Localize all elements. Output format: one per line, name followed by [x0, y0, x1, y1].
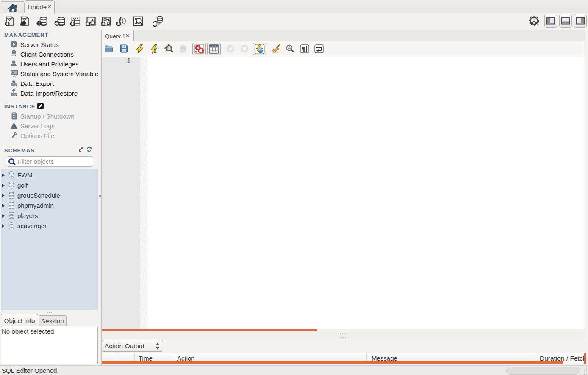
svg-text:¶: ¶	[302, 46, 305, 52]
svg-text:SQL: SQL	[7, 18, 12, 21]
svg-text:(): ()	[122, 17, 126, 24]
svg-text:SQL: SQL	[22, 18, 28, 21]
svg-text:A: A	[288, 46, 291, 50]
